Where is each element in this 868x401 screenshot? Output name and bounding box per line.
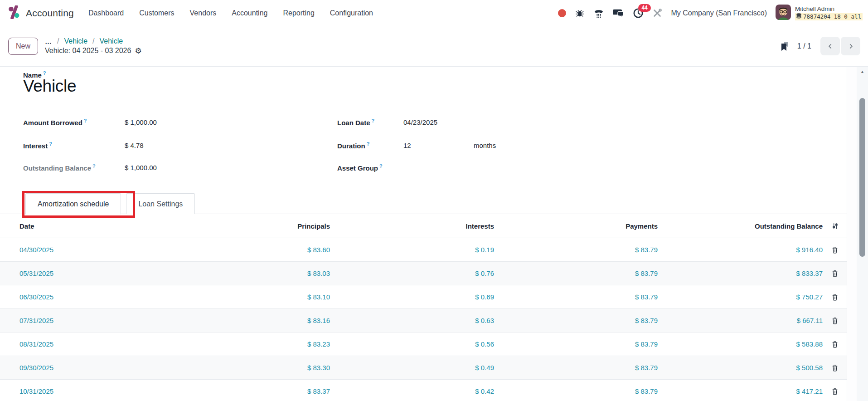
table-row: 06/30/2025 $ 83.10 $ 0.69 $ 83.79 $ 750.…: [0, 285, 847, 309]
menu-accounting[interactable]: Accounting: [231, 6, 268, 20]
delete-row-icon[interactable]: [823, 317, 847, 324]
delete-row-icon[interactable]: [823, 293, 847, 301]
cell-date[interactable]: 10/31/2025: [19, 387, 210, 395]
company-switcher[interactable]: My Company (San Francisco): [671, 9, 767, 17]
duration-value[interactable]: 12: [403, 142, 474, 149]
scrollbar-thumb[interactable]: [859, 98, 865, 257]
table-row: 08/31/2025 $ 83.23 $ 0.56 $ 83.79 $ 583.…: [0, 333, 847, 356]
cell-interest[interactable]: $ 0.56: [330, 340, 494, 348]
menu-vendors[interactable]: Vendors: [189, 6, 218, 20]
menu-reporting[interactable]: Reporting: [282, 6, 315, 20]
menu-dashboard[interactable]: Dashboard: [87, 6, 125, 20]
cell-interest[interactable]: $ 0.19: [330, 246, 494, 254]
pager-count[interactable]: 1 / 1: [797, 42, 811, 50]
cell-principal[interactable]: $ 83.37: [210, 387, 330, 395]
cell-date[interactable]: 04/30/2025: [19, 246, 210, 254]
help-tooltip-icon: ?: [367, 141, 370, 147]
cell-balance[interactable]: $ 500.58: [658, 364, 823, 372]
cell-date[interactable]: 09/30/2025: [19, 364, 210, 372]
menu-configuration[interactable]: Configuration: [329, 6, 374, 20]
main-menu: Dashboard Customers Vendors Accounting R…: [87, 6, 374, 20]
tab-loan-settings[interactable]: Loan Settings: [126, 193, 195, 214]
cell-balance[interactable]: $ 667.11: [658, 317, 823, 324]
cell-payment[interactable]: $ 83.79: [494, 387, 658, 395]
cell-principal[interactable]: $ 83.10: [210, 293, 330, 301]
cell-interest[interactable]: $ 0.42: [330, 387, 494, 395]
cell-payment[interactable]: $ 83.79: [494, 246, 658, 254]
loan-date-value[interactable]: 04/23/2025: [403, 118, 474, 126]
breadcrumb-link-vehicle-current[interactable]: Vehicle: [100, 37, 123, 45]
scrollbar-track[interactable]: ▲: [857, 67, 868, 401]
column-header-principals[interactable]: Principals: [210, 222, 330, 230]
breadcrumb-ellipsis[interactable]: …: [45, 38, 52, 45]
delete-row-icon[interactable]: [823, 246, 847, 254]
amortization-table: 04/30/2025 $ 83.60 $ 0.19 $ 83.79 $ 916.…: [0, 238, 847, 401]
scroll-up-arrow-icon[interactable]: ▲: [860, 69, 864, 74]
table-header: Date Principals Interests Payments Outst…: [0, 214, 847, 238]
record-subtitle: Vehicle: 04 2025 - 03 2026: [45, 47, 131, 55]
cell-principal[interactable]: $ 83.23: [210, 340, 330, 348]
help-tooltip-icon: ?: [92, 163, 96, 169]
breadcrumb-separator: /: [92, 37, 94, 45]
cell-date[interactable]: 06/30/2025: [19, 293, 210, 301]
help-tooltip-icon: ?: [49, 141, 52, 147]
cell-payment[interactable]: $ 83.79: [494, 317, 658, 324]
cell-date[interactable]: 08/31/2025: [19, 340, 210, 348]
cell-date[interactable]: 05/31/2025: [19, 269, 210, 277]
cell-payment[interactable]: $ 83.79: [494, 269, 658, 277]
record-name-input[interactable]: Vehicle: [23, 77, 76, 96]
delete-row-icon[interactable]: [823, 341, 847, 348]
bookmark-icon[interactable]: [780, 41, 790, 52]
tools-icon[interactable]: [652, 8, 662, 18]
column-header-payments[interactable]: Payments: [494, 222, 658, 230]
scrollbar-gutter: ▲: [847, 67, 868, 401]
menu-customers[interactable]: Customers: [138, 6, 175, 20]
cell-interest[interactable]: $ 0.76: [330, 269, 494, 277]
cell-payment[interactable]: $ 83.79: [494, 340, 658, 348]
cell-balance[interactable]: $ 750.27: [658, 293, 823, 301]
cell-payment[interactable]: $ 83.79: [494, 364, 658, 372]
activities-clock-icon[interactable]: 44: [633, 8, 644, 19]
delete-row-icon[interactable]: [823, 270, 847, 277]
user-menu[interactable]: Mitchell Admin 78874204-18-0-all: [776, 5, 863, 22]
cell-principal[interactable]: $ 83.30: [210, 364, 330, 372]
record-indicator-icon[interactable]: [558, 9, 566, 17]
voip-phone-icon[interactable]: [593, 8, 604, 19]
cell-date[interactable]: 07/31/2025: [19, 317, 210, 324]
cell-interest[interactable]: $ 0.69: [330, 293, 494, 301]
messages-icon[interactable]: [613, 8, 624, 18]
cell-balance[interactable]: $ 833.37: [658, 269, 823, 277]
cell-interest[interactable]: $ 0.63: [330, 317, 494, 324]
optional-columns-icon[interactable]: [823, 222, 847, 230]
gear-icon[interactable]: ⚙: [135, 47, 141, 55]
delete-row-icon[interactable]: [823, 364, 847, 372]
help-tooltip-icon: ?: [43, 70, 46, 76]
cell-balance[interactable]: $ 417.21: [658, 387, 823, 395]
interest-value[interactable]: $ 4.78: [125, 142, 144, 149]
pager-next-button[interactable]: [841, 37, 860, 55]
cell-principal[interactable]: $ 83.60: [210, 246, 330, 254]
control-panel: New … / Vehicle / Vehicle Vehicle: 04 20…: [0, 26, 868, 67]
cell-balance[interactable]: $ 916.40: [658, 246, 823, 254]
cell-balance[interactable]: $ 583.88: [658, 340, 823, 348]
cell-interest[interactable]: $ 0.49: [330, 364, 494, 372]
cell-principal[interactable]: $ 83.16: [210, 317, 330, 324]
column-header-date[interactable]: Date: [19, 222, 210, 230]
amount-borrowed-value[interactable]: $ 1,000.00: [125, 118, 157, 126]
breadcrumb-link-vehicle[interactable]: Vehicle: [64, 37, 87, 45]
app-switcher[interactable]: Accounting: [7, 5, 74, 21]
field-label: Outstanding Balance?: [23, 163, 125, 172]
outstanding-balance-value: $ 1,000.00: [125, 164, 157, 171]
column-header-outstanding-balance[interactable]: Outstanding Balance: [658, 222, 823, 230]
cell-payment[interactable]: $ 83.79: [494, 293, 658, 301]
tab-amortization-schedule[interactable]: Amortization schedule: [25, 193, 121, 215]
pager-previous-button[interactable]: [820, 37, 840, 55]
accounting-app-icon: [7, 5, 21, 21]
cell-principal[interactable]: $ 83.03: [210, 269, 330, 277]
delete-row-icon[interactable]: [823, 388, 847, 395]
breadcrumb-separator: /: [57, 37, 59, 45]
column-header-interests[interactable]: Interests: [330, 222, 494, 230]
bug-icon[interactable]: [575, 8, 585, 18]
new-button[interactable]: New: [8, 38, 38, 55]
avatar: [776, 5, 791, 22]
